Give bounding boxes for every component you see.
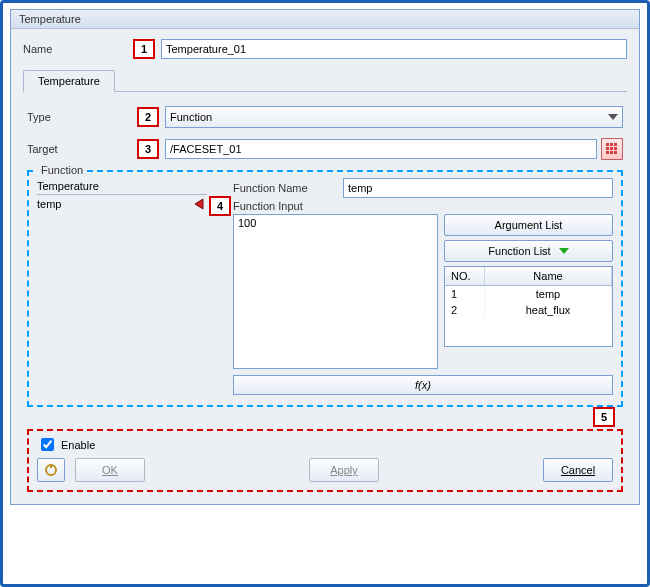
ok-button[interactable]: OK xyxy=(75,458,145,482)
svg-rect-3 xyxy=(606,147,609,150)
svg-rect-0 xyxy=(606,143,609,146)
function-list-label: Function List xyxy=(488,241,550,261)
cell-no: 1 xyxy=(445,286,485,302)
table-row[interactable]: 1 temp xyxy=(445,286,612,302)
function-group-label: Function xyxy=(37,164,87,176)
cell-name: heat_flux xyxy=(485,302,612,318)
fx-button[interactable]: f(x) xyxy=(233,375,613,395)
function-name-input[interactable] xyxy=(343,178,613,198)
enable-label: Enable xyxy=(61,439,95,451)
cancel-button[interactable]: Cancel xyxy=(543,458,613,482)
function-name-label: Function Name xyxy=(233,182,343,194)
name-label: Name xyxy=(23,43,133,55)
svg-rect-11 xyxy=(50,464,52,468)
function-input-label: Function Input xyxy=(233,200,343,212)
chevron-down-icon xyxy=(608,114,618,120)
name-input[interactable] xyxy=(161,39,627,59)
tab-strip: Temperature xyxy=(23,69,627,92)
svg-rect-8 xyxy=(614,151,617,154)
svg-marker-9 xyxy=(195,199,203,209)
target-input[interactable] xyxy=(165,139,597,159)
function-left-panel: Temperature temp xyxy=(37,178,207,213)
type-select[interactable]: Function xyxy=(165,106,623,128)
argument-list-button[interactable]: Argument List xyxy=(444,214,613,236)
target-label: Target xyxy=(27,143,137,155)
window-title: Temperature xyxy=(11,10,639,29)
type-label: Type xyxy=(27,111,137,123)
callout-5: 5 xyxy=(593,407,615,427)
dialog-window: Temperature Name 1 Temperature Type 2 Fu… xyxy=(10,9,640,505)
col-name: Name xyxy=(485,267,612,285)
wrench-icon xyxy=(43,462,59,478)
tab-temperature[interactable]: Temperature xyxy=(23,70,115,92)
cell-name: temp xyxy=(485,286,612,302)
apply-button[interactable]: Apply xyxy=(309,458,379,482)
table-row[interactable]: 2 heat_flux xyxy=(445,302,612,318)
function-left-item[interactable]: temp xyxy=(37,195,207,213)
svg-rect-4 xyxy=(610,147,613,150)
enable-checkbox[interactable] xyxy=(41,438,54,451)
type-value: Function xyxy=(170,111,212,123)
svg-rect-1 xyxy=(610,143,613,146)
function-table: NO. Name 1 temp 2 heat_flux xyxy=(444,266,613,347)
bottom-area: 5 Enable OK Apply Cancel xyxy=(27,429,623,492)
function-list-button[interactable]: Function List xyxy=(444,240,613,262)
function-input-textarea[interactable]: 100 xyxy=(233,214,438,369)
svg-rect-6 xyxy=(606,151,609,154)
svg-rect-7 xyxy=(610,151,613,154)
cell-no: 2 xyxy=(445,302,485,318)
options-button[interactable] xyxy=(37,458,65,482)
target-pick-button[interactable] xyxy=(601,138,623,160)
callout-4: 4 xyxy=(209,196,231,216)
chevron-down-icon xyxy=(559,248,569,254)
function-group: Function Temperature temp 4 xyxy=(27,170,623,407)
function-left-header: Temperature xyxy=(37,178,207,195)
callout-1: 1 xyxy=(133,39,155,59)
svg-rect-5 xyxy=(614,147,617,150)
svg-rect-2 xyxy=(614,143,617,146)
arrow-left-icon xyxy=(191,197,207,211)
col-no: NO. xyxy=(445,267,485,285)
grid-pick-icon xyxy=(605,142,619,156)
callout-3: 3 xyxy=(137,139,159,159)
callout-2: 2 xyxy=(137,107,159,127)
function-left-item-label: temp xyxy=(37,198,61,210)
